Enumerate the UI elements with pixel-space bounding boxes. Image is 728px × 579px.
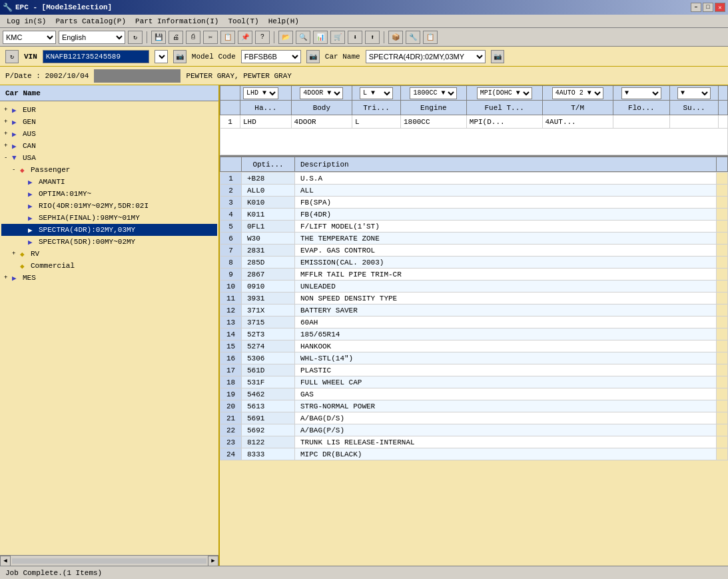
scroll-right-btn[interactable]: ▶ — [208, 556, 218, 566]
options-scroll[interactable]: 1 +B28 U.S.A 2 ALL0 ALL 3 K010 FB(SPA) 4… — [220, 172, 728, 566]
tree-item-can[interactable]: + ▶ CAN — [1, 140, 217, 152]
copy-btn[interactable]: 📋 — [220, 31, 235, 44]
options-row[interactable]: 16 5306 WHL-STL(14") — [220, 352, 728, 364]
scroll-left-btn[interactable]: ◀ — [0, 556, 11, 566]
vin-select[interactable] — [155, 50, 168, 63]
tree-item-spectra4dr[interactable]: ▶ SPECTRA(4DR):02MY,03MY — [1, 224, 217, 236]
menu-part-information[interactable]: Part Information(I) — [131, 16, 222, 27]
tree-item-commercial[interactable]: ◆ Commercial — [1, 260, 217, 272]
left-scrollbar[interactable]: ◀ ▶ — [0, 555, 218, 566]
tree-label-aus: AUS — [23, 130, 36, 138]
vin-camera-btn[interactable]: 📷 — [173, 50, 186, 63]
btn-h[interactable]: 🔧 — [406, 31, 420, 44]
car-name-btn[interactable]: 📷 — [491, 50, 504, 63]
options-row[interactable]: 19 5462 GAS — [220, 388, 728, 400]
btn-a[interactable]: 📂 — [278, 31, 293, 44]
options-row[interactable]: 1 +B28 U.S.A — [220, 173, 728, 185]
su-select[interactable]: ▼ — [677, 87, 711, 99]
options-row[interactable]: 10 0910 UNLEADED — [220, 281, 728, 292]
btn-b[interactable]: 🔍 — [296, 31, 310, 44]
options-row[interactable]: 7 2831 EVAP. GAS CONTROL — [220, 245, 728, 257]
menu-help[interactable]: Help(H) — [264, 16, 303, 27]
spec-col-fuel[interactable]: MPI(DOHC ▼ — [466, 86, 542, 101]
options-row[interactable]: 13 3715 60AH — [220, 316, 728, 328]
tree-item-eur[interactable]: + ▶ EUR — [1, 104, 217, 116]
tree-item-optima[interactable]: ▶ OPTIMA:01MY~ — [1, 188, 217, 200]
tree-item-gen[interactable]: + ▶ GEN — [1, 116, 217, 128]
tree-item-usa[interactable]: - ▼ USA — [1, 152, 217, 164]
options-row[interactable]: 2 ALL0 ALL — [220, 185, 728, 197]
btn-f[interactable]: ⬆ — [365, 31, 380, 44]
spec-col-lhd[interactable]: LHD ▼ — [240, 86, 292, 101]
refresh-btn[interactable]: ↻ — [128, 31, 143, 44]
options-row[interactable]: 4 K011 FB(4DR) — [220, 209, 728, 221]
tree-item-amanti[interactable]: ▶ AMANTI — [1, 176, 217, 188]
tree-item-passenger[interactable]: - ◆ Passenger — [1, 164, 217, 176]
spec-col-body[interactable]: 4DOOR ▼ — [291, 86, 352, 101]
options-row[interactable]: 9 2867 MFFLR TAIL PIPE TRIM-CR — [220, 269, 728, 281]
tree-item-aus[interactable]: + ▶ AUS — [1, 128, 217, 140]
flo-select[interactable]: ▼ — [621, 87, 661, 99]
spec-subh-scroll — [719, 101, 728, 115]
kmc-select[interactable]: KMC — [3, 31, 56, 44]
menu-login[interactable]: Log in(S) — [3, 16, 50, 27]
spec-col-trim[interactable]: L ▼ — [352, 86, 401, 101]
spec-col-su[interactable]: ▼ — [670, 86, 719, 101]
btn-i[interactable]: 📋 — [423, 31, 438, 44]
btn-c[interactable]: 📊 — [313, 31, 328, 44]
vin-input[interactable] — [43, 50, 149, 63]
fuel-select[interactable]: MPI(DOHC ▼ — [477, 87, 532, 99]
spec-col-flo[interactable]: ▼ — [613, 86, 669, 101]
tree-item-rv[interactable]: + ◆ RV — [1, 248, 217, 260]
options-row[interactable]: 14 52T3 185/65R14 — [220, 328, 728, 340]
options-row[interactable]: 6 W30 THE TEMPERATE ZONE — [220, 233, 728, 245]
options-row[interactable]: 3 K010 FB(SPA) — [220, 197, 728, 209]
model-code-select[interactable]: FBFSB6B — [241, 50, 301, 63]
trim-select[interactable]: L ▼ — [360, 87, 393, 99]
options-row[interactable]: 8 285D EMISSION(CAL. 2003) — [220, 257, 728, 269]
options-row[interactable]: 17 561D PLASTIC — [220, 364, 728, 376]
tree-item-sephia[interactable]: ▶ SEPHIA(FINAL):98MY~01MY — [1, 212, 217, 224]
engine-select[interactable]: 1800CC ▼ — [410, 87, 457, 99]
model-code-btn[interactable]: 📷 — [306, 50, 320, 63]
lhd-select[interactable]: LHD ▼ — [243, 87, 278, 99]
vin-refresh-btn[interactable]: ↻ — [5, 50, 19, 63]
options-row[interactable]: 20 5613 STRG-NORMAL POWER — [220, 400, 728, 412]
options-row[interactable]: 23 8122 TRUNK LIS RELEASE-INTERNAL — [220, 436, 728, 448]
tree-item-mes[interactable]: + ▶ MES — [1, 272, 217, 284]
print-btn[interactable]: 🖨 — [169, 31, 183, 44]
minimize-button[interactable]: – — [691, 3, 701, 12]
spec-col-tm[interactable]: 4AUTO 2 ▼ — [542, 86, 613, 101]
opt-num: 14 — [220, 328, 242, 340]
print2-btn[interactable]: ⎙ — [186, 31, 200, 44]
save-btn[interactable]: 💾 — [151, 31, 166, 44]
options-row[interactable]: 24 8333 MIPC DR(BLACK) — [220, 448, 728, 460]
options-row[interactable]: 11 3931 NON SPEED DENSITY TYPE — [220, 292, 728, 304]
cut-btn[interactable]: ✂ — [203, 31, 218, 44]
options-row[interactable]: 15 5274 HANKOOK — [220, 340, 728, 352]
tree-item-rio[interactable]: ▶ RIO(4DR:01MY~02MY,5DR:02I — [1, 200, 217, 212]
btn-e[interactable]: ⬇ — [348, 31, 362, 44]
btn-g[interactable]: 📦 — [388, 31, 403, 44]
tm-select[interactable]: 4AUTO 2 ▼ — [552, 87, 603, 99]
maximize-button[interactable]: □ — [703, 3, 713, 12]
options-row[interactable]: 22 5692 A/BAG(P/S) — [220, 424, 728, 436]
close-button[interactable]: ✕ — [715, 3, 725, 12]
menu-parts-catalog[interactable]: Parts Catalog(P) — [51, 16, 130, 27]
body-select[interactable]: 4DOOR ▼ — [300, 87, 343, 99]
options-row[interactable]: 5 0FL1 F/LIFT MODEL(1'ST) — [220, 221, 728, 233]
options-row[interactable]: 21 5691 A/BAG(D/S) — [220, 412, 728, 424]
spec-col-engine[interactable]: 1800CC ▼ — [400, 86, 466, 101]
opt-num: 19 — [220, 388, 242, 400]
btn-d[interactable]: 🛒 — [330, 31, 345, 44]
opt-code: 5691 — [242, 412, 295, 424]
tree-item-spectra5dr[interactable]: ▶ SPECTRA(5DR):00MY~02MY — [1, 236, 217, 248]
menu-tool[interactable]: Tool(T) — [224, 16, 262, 27]
language-select[interactable]: English — [59, 31, 125, 44]
car-name-select[interactable]: SPECTRA(4DR):02MY,03MY — [366, 50, 486, 63]
help2-btn[interactable]: ? — [255, 31, 270, 44]
scroll-track[interactable] — [12, 558, 206, 564]
options-row[interactable]: 12 371X BATTERY SAVER — [220, 304, 728, 316]
options-row[interactable]: 18 531F FULL WHEEL CAP — [220, 376, 728, 388]
paste-btn[interactable]: 📌 — [238, 31, 252, 44]
